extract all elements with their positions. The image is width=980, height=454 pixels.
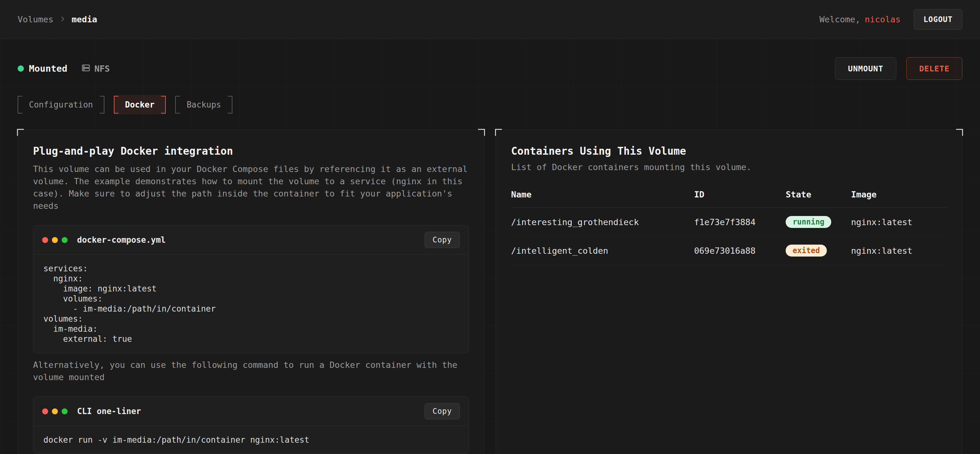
welcome-text: Welcome, xyxy=(819,14,860,24)
tab-backups[interactable]: Backups xyxy=(175,95,232,114)
topbar-right: Welcome, nicolas LOGOUT xyxy=(819,9,963,30)
server-stack-icon xyxy=(81,63,91,74)
docker-integration-panel: Plug-and-play Docker integration This vo… xyxy=(18,130,484,454)
cli-intro-text: Alternatively, you can use the following… xyxy=(33,359,469,383)
volume-actions: UNMOUNT DELETE xyxy=(835,57,963,80)
container-image-cell: nginx:latest xyxy=(851,238,947,264)
dot-yellow-icon xyxy=(52,237,58,243)
containers-title: Containers Using This Volume xyxy=(511,145,947,157)
container-state-cell: running xyxy=(786,208,851,236)
column-header-state: State xyxy=(786,190,851,208)
compose-code-block: docker-compose.yml Copy services: nginx:… xyxy=(33,225,469,353)
dot-red-icon xyxy=(42,237,48,243)
column-header-name: Name xyxy=(511,190,694,208)
code-block-header: docker-compose.yml Copy xyxy=(33,225,469,255)
username: nicolas xyxy=(865,14,901,24)
chevron-right-icon xyxy=(59,14,66,24)
container-id-cell: f1e73e7f3884 xyxy=(694,209,786,235)
unmount-button[interactable]: UNMOUNT xyxy=(835,57,896,80)
copy-cli-button[interactable]: Copy xyxy=(425,403,460,419)
code-block-header: CLI one-liner Copy xyxy=(33,397,469,426)
window-dots xyxy=(42,408,68,414)
mounted-dot-icon xyxy=(18,65,24,72)
dot-green-icon xyxy=(62,237,68,243)
panels: Plug-and-play Docker integration This vo… xyxy=(18,130,963,454)
volume-status: Mounted NFS xyxy=(18,63,110,74)
table-header-row: Name ID State Image xyxy=(511,190,947,208)
state-badge: exited xyxy=(786,244,827,257)
window-dots xyxy=(42,237,68,243)
dot-red-icon xyxy=(42,408,48,414)
table-row: /intelligent_colden 069e73016a88 exited … xyxy=(511,237,947,265)
column-header-id: ID xyxy=(694,190,786,208)
copy-compose-button[interactable]: Copy xyxy=(425,232,460,248)
logout-button[interactable]: LOGOUT xyxy=(914,9,963,30)
main-content: Mounted NFS UNMOUNT DELETE Configuration xyxy=(0,39,980,454)
breadcrumb-current: media xyxy=(72,14,97,24)
cli-code-block: CLI one-liner Copy docker run -v im-medi… xyxy=(33,397,469,454)
container-id-cell: 069e73016a88 xyxy=(694,238,786,264)
container-name-cell: /interesting_grothendieck xyxy=(511,209,694,235)
nfs-label: NFS xyxy=(94,64,110,73)
tab-configuration[interactable]: Configuration xyxy=(18,95,104,114)
corner-mark xyxy=(478,129,485,136)
tab-bar: Configuration Docker Backups xyxy=(18,95,963,114)
tab-docker[interactable]: Docker xyxy=(114,95,166,114)
cli-code: docker run -v im-media:/path/in/containe… xyxy=(33,426,469,454)
mounted-status: Mounted xyxy=(18,63,67,74)
corner-mark xyxy=(956,129,963,136)
code-filename: CLI one-liner xyxy=(77,406,141,416)
dot-green-icon xyxy=(62,408,68,414)
status-row: Mounted NFS UNMOUNT DELETE xyxy=(18,57,963,80)
compose-code: services: nginx: image: nginx:latest vol… xyxy=(33,255,469,353)
corner-mark xyxy=(495,129,502,136)
code-filename: docker-compose.yml xyxy=(77,235,166,244)
containers-panel: Containers Using This Volume List of Doc… xyxy=(496,130,963,454)
container-name-cell: /intelligent_colden xyxy=(511,238,694,264)
breadcrumb-volumes-link[interactable]: Volumes xyxy=(18,14,54,24)
nfs-indicator: NFS xyxy=(81,63,110,74)
container-state-cell: exited xyxy=(786,237,851,265)
delete-button[interactable]: DELETE xyxy=(907,57,963,80)
containers-subtitle: List of Docker containers mounting this … xyxy=(511,162,947,172)
container-image-cell: nginx:latest xyxy=(851,209,947,235)
topbar: Volumes media Welcome, nicolas LOGOUT xyxy=(0,0,980,39)
column-header-image: Image xyxy=(851,190,947,208)
breadcrumb: Volumes media xyxy=(18,14,97,24)
panel-description: This volume can be used in your Docker C… xyxy=(33,163,469,212)
dot-yellow-icon xyxy=(52,408,58,414)
state-badge: running xyxy=(786,216,831,228)
mounted-label: Mounted xyxy=(29,63,67,74)
corner-mark xyxy=(17,129,24,136)
containers-table: Name ID State Image /interesting_grothen… xyxy=(511,190,947,265)
panel-title: Plug-and-play Docker integration xyxy=(33,145,469,157)
table-row: /interesting_grothendieck f1e73e7f3884 r… xyxy=(511,208,947,237)
